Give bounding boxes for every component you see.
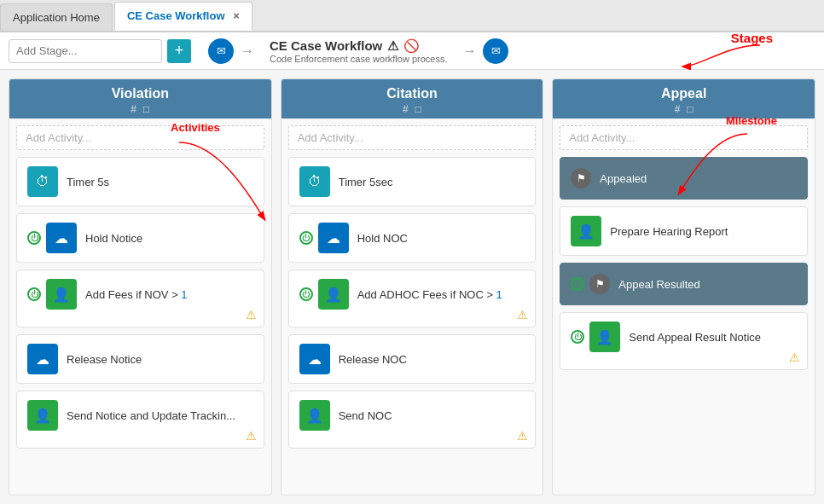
violation-add-activity[interactable]: Add Activity...	[16, 125, 264, 150]
citation-column: Citation # □ Add Activity... ⏱ Timer 5se…	[281, 78, 544, 495]
tab-bar: Application Home CE Case Workflow ×	[0, 0, 824, 32]
flag-icon: ⚑	[571, 168, 591, 188]
warning-icon: ⚠	[517, 429, 528, 443]
fees-link[interactable]: 1	[181, 288, 187, 301]
power-icon: ⏻	[299, 231, 313, 245]
square-icon: □	[687, 103, 693, 115]
flag-icon: ⚑	[589, 274, 610, 294]
appeal-title: Appeal	[556, 86, 811, 101]
cloud-icon: ☁	[46, 223, 77, 253]
citation-header-icons: # □	[285, 103, 540, 115]
appeal-header: Appeal # □	[553, 79, 815, 119]
warning-icon: ⚠	[387, 38, 398, 54]
power-icon: ⏻	[27, 231, 41, 245]
violation-title: Violation	[13, 86, 268, 101]
main-content: Activities Milestone Violation # □ Add A…	[0, 70, 824, 504]
end-email-icon: ✉	[483, 38, 508, 64]
activity-label: Send Appeal Result Notice	[629, 331, 761, 344]
activity-label: Release Notice	[67, 353, 142, 366]
cloud-icon: ☁	[27, 344, 58, 374]
add-stage-input[interactable]	[9, 39, 162, 63]
person-icon: 👤	[27, 400, 58, 431]
table-row: 👤 Send NOC ⚠	[288, 391, 537, 449]
violation-header-icons: # □	[13, 103, 268, 115]
card-left: ⏻ 👤	[299, 279, 349, 310]
activity-label: Hold Notice	[85, 232, 142, 245]
warning-icon: ⚠	[246, 308, 257, 322]
citation-body: Add Activity... ⏱ Timer 5sec ⏻ ☁ Hold NO…	[281, 119, 543, 495]
workflow-title: CE Case Workflow ⚠ 🚫	[270, 38, 447, 54]
stages-annotation: Stages	[731, 31, 773, 45]
citation-title: Citation	[285, 86, 540, 101]
timer-icon: ⏱	[299, 166, 330, 197]
table-row: ⚑ Appealed	[560, 157, 808, 200]
table-row: ⏻ 👤 Add ADHOC Fees if NOC > 1 ⚠	[288, 269, 537, 327]
person-icon: 👤	[589, 322, 620, 352]
activity-label: Timer 5sec	[339, 176, 393, 188]
activity-label: Send NOC	[339, 409, 392, 422]
table-row: ⏻ ☁ Hold Notice	[16, 213, 264, 263]
activity-label: Add ADHOC Fees if NOC > 1	[357, 288, 502, 301]
activity-label: Add Fees if NOV > 1	[85, 288, 188, 301]
workflow-arrow: →	[241, 43, 254, 59]
square-icon: □	[143, 103, 149, 115]
workflow-title-text: CE Case Workflow	[270, 38, 382, 53]
tab-application-home[interactable]: Application Home	[0, 3, 113, 31]
table-row: 👤 Send Notice and Update Trackin... ⚠	[16, 391, 264, 449]
card-left: ⏻ 👤	[27, 279, 77, 310]
activity-label: Release NOC	[339, 353, 407, 366]
close-icon[interactable]: ×	[233, 9, 240, 22]
adhoc-link[interactable]: 1	[496, 288, 502, 301]
power-icon: ⏻	[299, 287, 313, 301]
person-icon: 👤	[46, 279, 77, 310]
table-row: ⏻ 👤 Send Appeal Result Notice ⚠	[560, 312, 808, 370]
tab-label: CE Case Workflow	[127, 9, 225, 22]
table-row: ⏻ 👤 Add Fees if NOV > 1 ⚠	[16, 269, 264, 327]
card-left: ⏻ ☁	[27, 223, 77, 253]
power-icon: ⏻	[571, 277, 584, 291]
warning-icon: ⚠	[789, 350, 800, 364]
citation-add-activity[interactable]: Add Activity...	[288, 125, 537, 150]
tab-ce-case-workflow[interactable]: CE Case Workflow ×	[114, 2, 252, 31]
person-icon: 👤	[571, 216, 601, 246]
card-left: ⏻ ⚑	[571, 274, 610, 294]
activity-label: Timer 5s	[67, 176, 109, 188]
hash-icon: #	[131, 103, 136, 115]
person-icon: 👤	[299, 400, 330, 431]
violation-header: Violation # □	[9, 79, 271, 119]
milestone-annotation: Milestone	[726, 114, 777, 127]
activity-label: Appealed	[600, 172, 647, 185]
workflow-title-block: CE Case Workflow ⚠ 🚫 Code Enforcement ca…	[270, 38, 447, 64]
power-icon: ⏻	[27, 287, 41, 301]
timer-icon: ⏱	[27, 166, 58, 197]
hash-icon: #	[675, 103, 681, 115]
citation-header: Citation # □	[281, 79, 543, 119]
appeal-column: Appeal # □ Add Activity... ⚑ Appealed 👤 …	[552, 78, 815, 495]
appeal-header-icons: # □	[556, 103, 811, 115]
activities-annotation: Activities	[171, 121, 220, 134]
violation-body: Add Activity... ⏱ Timer 5s ⏻ ☁ Hold Noti…	[9, 119, 271, 495]
workflow-info: ✉ → CE Case Workflow ⚠ 🚫 Code Enforcemen…	[208, 38, 815, 64]
table-row: ☁ Release Notice	[16, 334, 264, 384]
activity-label: Prepare Hearing Report	[610, 225, 728, 238]
stop-icon: 🚫	[403, 38, 420, 54]
tab-label: Application Home	[13, 11, 100, 24]
cloud-icon: ☁	[299, 344, 330, 374]
square-icon: □	[415, 103, 421, 115]
activity-label: Hold NOC	[357, 232, 408, 245]
appeal-body: Add Activity... ⚑ Appealed 👤 Prepare Hea…	[553, 119, 815, 495]
table-row: 👤 Prepare Hearing Report	[560, 206, 808, 256]
workflow-subtitle: Code Enforcement case workflow process.	[270, 54, 447, 64]
add-stage-button[interactable]: +	[167, 39, 191, 63]
table-row: ⏱ Timer 5s	[16, 157, 264, 206]
activity-label: Send Notice and Update Trackin...	[67, 409, 235, 422]
start-email-icon: ✉	[208, 38, 234, 64]
card-left: ⏻ ☁	[299, 223, 349, 253]
toolbar: + ✉ → CE Case Workflow ⚠ 🚫 Code Enforcem…	[0, 32, 824, 70]
card-left: ⏻ 👤	[571, 322, 620, 352]
table-row: ⏱ Timer 5sec	[288, 157, 537, 206]
appeal-add-activity[interactable]: Add Activity...	[560, 125, 808, 150]
person-icon: 👤	[318, 279, 349, 310]
table-row: ☁ Release NOC	[288, 334, 537, 384]
violation-column: Violation # □ Add Activity... ⏱ Timer 5s	[9, 78, 272, 495]
